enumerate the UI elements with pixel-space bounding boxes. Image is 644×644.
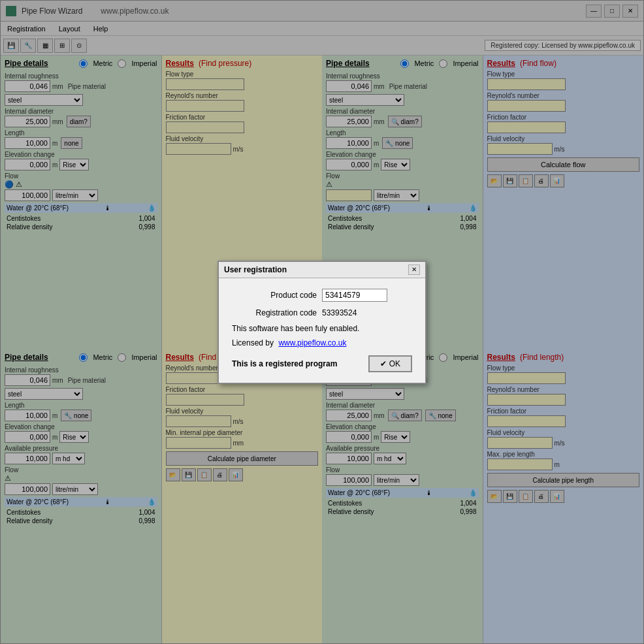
dialog-title: User registration [224,265,287,274]
product-code-row: Product code [232,289,412,302]
registration-code-row: Registration code 53393524 [232,308,412,317]
dialog-message1: This software has been fuly enabled. [232,324,412,333]
dialog-overlay: User registration ✕ Product code Registr… [0,0,644,644]
dialog-message2: Licensed by www.pipeflow.co.uk [232,338,412,347]
licensed-by-text: Licensed by [232,338,274,347]
registration-code-label: Registration code [232,308,317,317]
dialog-close-button[interactable]: ✕ [408,265,420,275]
dialog-ok-button[interactable]: ✔ OK [368,355,412,372]
dialog-footer: This is a registered program ✔ OK [232,355,412,372]
ok-checkmark: ✔ [380,359,387,368]
product-code-label: Product code [232,291,317,300]
ok-label: OK [389,359,400,368]
registration-code-value: 53393524 [322,308,357,317]
dialog-registered-text: This is a registered program [232,359,337,368]
dialog-body: Product code Registration code 53393524 … [219,278,425,383]
product-code-input[interactable] [322,289,387,302]
dialog-title-bar: User registration ✕ [219,262,425,278]
user-registration-dialog: User registration ✕ Product code Registr… [217,261,427,384]
dialog-link[interactable]: www.pipeflow.co.uk [278,338,346,347]
